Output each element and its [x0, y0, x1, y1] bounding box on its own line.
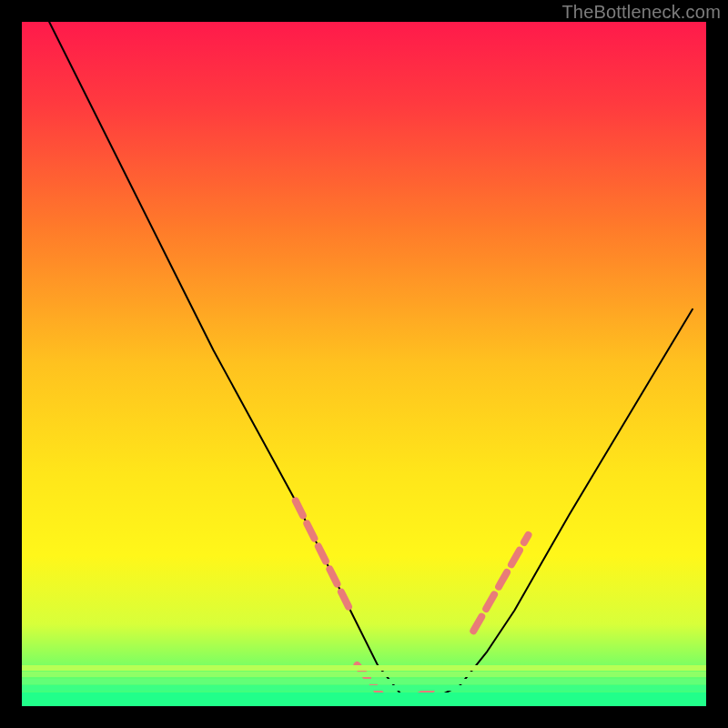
green-band	[22, 679, 706, 684]
green-band	[22, 672, 706, 677]
green-band	[22, 665, 706, 671]
outer-frame: TheBottleneck.com	[0, 0, 728, 728]
watermark-text: TheBottleneck.com	[561, 2, 721, 23]
bottleneck-curve	[49, 22, 693, 700]
green-band	[22, 693, 706, 706]
chart-svg	[22, 22, 706, 706]
plot-area	[22, 22, 706, 706]
highlight-segment	[473, 535, 528, 631]
highlight-segment	[296, 500, 350, 610]
green-band	[22, 685, 706, 691]
